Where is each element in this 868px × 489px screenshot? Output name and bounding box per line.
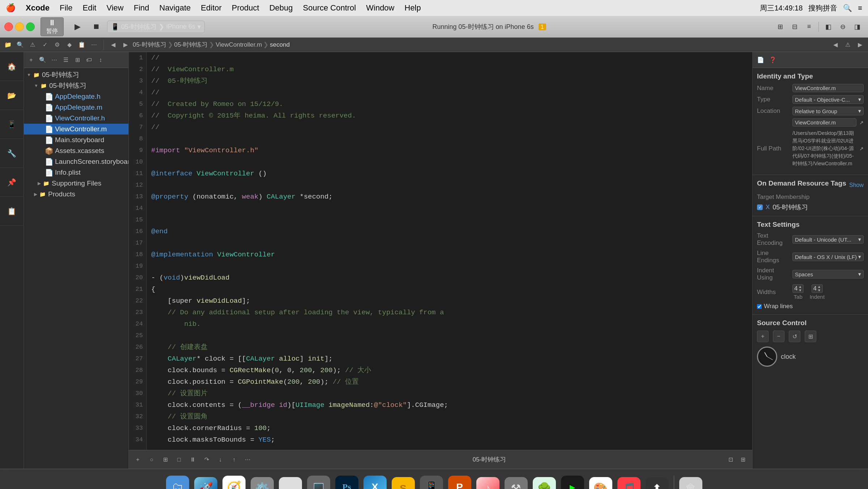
spotlight-icon[interactable]: 🔍: [843, 4, 852, 12]
nav-expand-btn[interactable]: ☰: [61, 55, 71, 65]
menu-source-control[interactable]: Source Control: [303, 3, 356, 13]
dock-item-iterm[interactable]: ▶: [559, 471, 586, 489]
tree-item-assets[interactable]: 📦 Assets.xcassets: [24, 145, 128, 156]
inspector-file-value[interactable]: ViewController.m: [792, 118, 856, 127]
maximize-button[interactable]: [26, 22, 35, 31]
nav-tag-btn[interactable]: 🏷: [84, 55, 94, 65]
back-button[interactable]: ◀: [108, 40, 118, 50]
dock-item-simulator[interactable]: 📱: [418, 471, 444, 489]
tree-item-appdelegate-m[interactable]: 📄 AppDelegate.m: [24, 102, 128, 113]
bottom-cycle-btn[interactable]: ○: [146, 455, 157, 465]
scheme-selector[interactable]: 📱 05-时钟练习 ❯ iPhone 6s ▾: [107, 21, 205, 33]
close-button[interactable]: [4, 22, 13, 31]
menu-navigate[interactable]: Navigate: [159, 3, 191, 13]
breadcrumb-project[interactable]: 05-时钟练习: [174, 41, 208, 49]
input-method[interactable]: 搜狗拼音: [808, 3, 837, 13]
menu-file[interactable]: File: [60, 3, 72, 13]
bottom-step-out-btn[interactable]: ↑: [229, 455, 239, 465]
menu-debug[interactable]: Debug: [269, 3, 293, 13]
breadcrumb-symbol[interactable]: second: [270, 41, 290, 48]
dock-item-sourcetree[interactable]: 🌳: [531, 471, 557, 489]
reveal-fullpath-icon[interactable]: ↗: [859, 146, 864, 152]
run-button[interactable]: ▶: [69, 20, 85, 33]
navigator-debug-btn[interactable]: ⚙: [52, 40, 62, 50]
dock-item-launchpad[interactable]: 🚀: [193, 471, 219, 489]
inspector-endings-dropdown[interactable]: Default - OS X / Unix (LF) ▾: [792, 252, 864, 261]
tree-item-info-plist[interactable]: 📄 Info.plist: [24, 167, 128, 178]
code-content[interactable]: 1 2 3 4 5 6 7 8 9 10 11 12 13 14 15 16 1…: [129, 52, 752, 450]
sc-refresh-btn[interactable]: ↺: [789, 331, 800, 342]
bottom-step-over-btn[interactable]: ↷: [201, 455, 212, 465]
sc-history-btn[interactable]: ⊞: [805, 331, 816, 342]
inspector-name-field[interactable]: ViewController.m: [792, 84, 864, 92]
navigator-search-btn[interactable]: 🔍: [15, 40, 25, 50]
navigator-issue-btn[interactable]: ⚠: [27, 40, 38, 50]
left-panel-5[interactable]: 📌: [0, 168, 24, 197]
menu-help[interactable]: Help: [405, 3, 421, 13]
breadcrumb-file[interactable]: ViewController.m: [216, 41, 262, 48]
minimize-button[interactable]: [15, 22, 24, 31]
dock-item-mouse[interactable]: 🖱: [277, 471, 303, 489]
dock-item-powerpoint[interactable]: P: [447, 471, 473, 489]
tree-item-appdelegate-h[interactable]: 📄 AppDelegate.h: [24, 91, 128, 102]
dock-item-colorpicker[interactable]: 🎨: [588, 471, 614, 489]
dock-item-sysprefs[interactable]: ⚙️: [249, 471, 275, 489]
sc-remove-btn[interactable]: −: [773, 331, 784, 342]
tree-item-viewcontroller-h[interactable]: 📄 ViewController.h: [24, 113, 128, 124]
tree-item-group[interactable]: ▼ 📁 05-时钟练习: [24, 80, 128, 91]
inspector-indent-dropdown[interactable]: Spaces ▾: [792, 270, 864, 278]
tab-width-down[interactable]: ▼: [798, 289, 802, 292]
inspector-type-dropdown[interactable]: Default - Objective-C... ▾: [792, 95, 864, 104]
left-panel-4[interactable]: 🔧: [0, 139, 24, 168]
menu-editor[interactable]: Editor: [201, 3, 221, 13]
tree-item-products[interactable]: ▶ 📁 Products: [24, 189, 128, 200]
debug-toggle-button[interactable]: ⊖: [836, 20, 849, 33]
tree-item-main-storyboard[interactable]: 📄 Main.storyboard: [24, 135, 128, 145]
show-link[interactable]: Show: [849, 182, 864, 188]
left-panel-2[interactable]: 📂: [0, 81, 24, 110]
warning-nav-btn[interactable]: ⚠: [843, 40, 853, 50]
dock-item-music[interactable]: 🎵: [616, 471, 642, 489]
menu-xcode[interactable]: Xcode: [26, 3, 50, 13]
target-checkbox[interactable]: ✓: [757, 204, 763, 210]
wrap-lines-checkbox[interactable]: [757, 304, 762, 309]
navigator-test-btn[interactable]: ✓: [40, 40, 50, 50]
menu-product[interactable]: Product: [232, 3, 259, 13]
inspector-quick-btn[interactable]: ❓: [768, 55, 778, 65]
navigator-toggle-button[interactable]: ◧: [822, 20, 835, 33]
navigator-folder-btn[interactable]: 📁: [3, 40, 13, 50]
stop-button[interactable]: ⏹: [88, 20, 104, 33]
editor-layout-btn[interactable]: ⊡: [726, 455, 736, 465]
dock-item-terminal-alt[interactable]: 💻: [306, 471, 332, 489]
menu-find[interactable]: Find: [134, 3, 149, 13]
bottom-add-btn[interactable]: +: [132, 455, 143, 465]
dock-item-photoshop[interactable]: Ps: [334, 471, 360, 489]
left-panel-3[interactable]: 📱: [0, 110, 24, 139]
menu-window[interactable]: Window: [366, 3, 394, 13]
left-panel-6[interactable]: 📋: [0, 197, 24, 226]
editor-version-button[interactable]: ≡: [803, 20, 816, 33]
inspector-location-dropdown[interactable]: Relative to Group ▾: [792, 107, 864, 115]
nav-hierarchy-btn[interactable]: ⋯: [49, 55, 59, 65]
indent-width-down[interactable]: ▼: [817, 289, 821, 292]
dock-item-sketch[interactable]: S: [390, 471, 416, 489]
bottom-pause-btn[interactable]: ⏸: [187, 455, 198, 465]
reveal-file-icon[interactable]: ↗: [859, 120, 864, 126]
dock-item-trash[interactable]: 🗑: [678, 471, 704, 489]
next-issue-btn[interactable]: ▶: [855, 40, 865, 50]
sc-add-btn[interactable]: +: [757, 331, 769, 342]
tree-item-viewcontroller-m[interactable]: 📄 ViewController.m: [24, 124, 128, 135]
navigator-report-btn[interactable]: 📋: [77, 40, 87, 50]
nav-sort-btn[interactable]: ↕: [95, 55, 106, 65]
menu-edit[interactable]: Edit: [82, 3, 96, 13]
related-files-btn[interactable]: ◀: [830, 40, 841, 50]
nav-filter-btn[interactable]: 🔍: [38, 55, 48, 65]
menu-view[interactable]: View: [106, 3, 123, 13]
dock-item-tool1[interactable]: ⚒: [503, 471, 529, 489]
dock-item-filezilla[interactable]: ⬆: [644, 471, 670, 489]
nav-add-btn[interactable]: +: [26, 55, 36, 65]
apple-menu[interactable]: 🍎: [6, 3, 16, 13]
navigator-breakpoint-btn[interactable]: ◆: [64, 40, 75, 50]
dock-item-safari[interactable]: 🧭: [221, 471, 247, 489]
bottom-debug-view-btn[interactable]: ⊞: [160, 455, 171, 465]
